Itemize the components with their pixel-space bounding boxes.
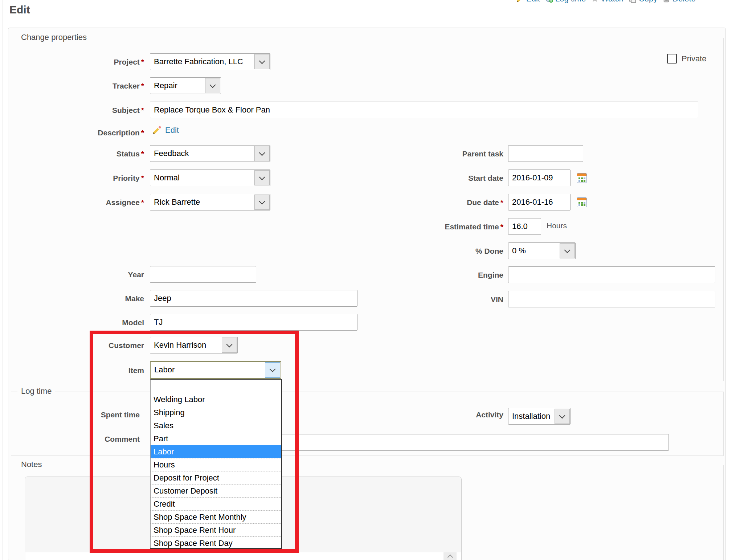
done-label: % Done (377, 246, 503, 257)
description-edit-row: Edit (152, 126, 179, 135)
assignee-select[interactable]: Rick Barrette (150, 194, 270, 210)
page-title: Edit (9, 4, 30, 16)
vin-label: VIN (377, 294, 503, 305)
dropdown-option[interactable] (151, 380, 281, 393)
status-label: Status* (22, 148, 144, 159)
tracker-select[interactable]: Repair (150, 77, 221, 94)
chevron-down-icon (254, 170, 270, 185)
spent-time-label: Spent time (31, 409, 140, 420)
project-select[interactable]: Barrette Fabrication, LLC (150, 53, 270, 70)
activity-label: Activity (377, 409, 503, 420)
issue-action-bar: Edit Log time Watch Copy Delete (516, 0, 696, 4)
estimated-time-unit: Hours (547, 221, 567, 230)
notes-legend: Notes (17, 460, 45, 469)
item-dropdown-list: Welding Labor Shipping Sales Part Labor … (150, 379, 282, 549)
project-label: Project* (22, 57, 144, 68)
chevron-down-icon (254, 54, 270, 69)
calendar-icon[interactable] (577, 173, 587, 183)
subject-label: Subject* (22, 105, 144, 116)
chevron-down-icon (205, 78, 220, 93)
dropdown-option[interactable]: Shop Space Rent Day (151, 536, 281, 549)
due-date-input[interactable]: 2016-01-16 (508, 194, 571, 210)
year-input[interactable] (150, 266, 256, 283)
dropdown-option[interactable]: Credit (151, 497, 281, 510)
parent-task-input[interactable] (508, 145, 583, 162)
start-date-input[interactable]: 2016-01-09 (508, 169, 571, 186)
dropdown-option-selected[interactable]: Labor (151, 445, 281, 458)
activity-select[interactable]: Installation (508, 408, 571, 425)
item-select[interactable]: Labor (150, 361, 281, 379)
dropdown-option[interactable]: Customer Deposit (151, 484, 281, 497)
start-date-label: Start date (377, 173, 503, 184)
status-select[interactable]: Feedback (150, 145, 270, 162)
parent-task-label: Parent task (377, 148, 503, 159)
change-properties-legend: Change properties (17, 33, 90, 42)
dropdown-option[interactable]: Part (151, 432, 281, 445)
due-date-label: Due date* (377, 197, 503, 208)
dropdown-option[interactable]: Hours (151, 458, 281, 471)
chevron-down-icon (560, 243, 575, 258)
notes-edit-area[interactable] (25, 552, 461, 560)
copy-icon (629, 0, 637, 3)
pencil-icon (516, 0, 524, 3)
calendar-icon[interactable] (577, 197, 587, 207)
make-label: Make (22, 293, 144, 304)
copy-action-link[interactable]: Copy (629, 0, 657, 4)
priority-select[interactable]: Normal (150, 169, 270, 186)
trash-icon (662, 0, 670, 3)
clock-plus-icon (545, 0, 553, 3)
item-label: Item (22, 365, 144, 376)
customer-select[interactable]: Kevin Harrison (150, 337, 238, 353)
star-icon (591, 0, 599, 3)
log-time-action-link[interactable]: Log time (545, 0, 586, 4)
done-ratio-select[interactable]: 0 % (508, 242, 576, 259)
private-checkbox[interactable] (667, 54, 677, 64)
issue-edit-page: Edit Log time Watch Copy Delete Edit Cha… (0, 0, 740, 560)
dropdown-option[interactable]: Shipping (151, 406, 281, 419)
make-input[interactable]: Jeep (150, 290, 357, 307)
chevron-down-icon (254, 146, 270, 161)
content-left-border (3, 0, 3, 560)
chevron-down-icon (555, 409, 570, 424)
chevron-down-icon (254, 195, 270, 210)
chevron-down-icon (222, 338, 237, 353)
tracker-label: Tracker* (22, 81, 144, 91)
chevron-up-icon (447, 555, 453, 560)
priority-label: Priority* (22, 173, 144, 184)
description-edit-link[interactable]: Edit (165, 126, 179, 135)
estimated-time-input[interactable]: 16.0 (508, 218, 541, 235)
model-input[interactable]: TJ (150, 314, 357, 331)
assignee-label: Assignee* (22, 197, 144, 208)
toolbar-collapse-button[interactable] (443, 552, 457, 560)
watch-action-link[interactable]: Watch (591, 0, 624, 4)
dropdown-option[interactable]: Deposit for Project (151, 471, 281, 484)
chevron-down-icon (265, 362, 280, 378)
engine-label: Engine (377, 270, 503, 281)
log-time-legend: Log time (17, 387, 55, 396)
delete-action-link[interactable]: Delete (662, 0, 696, 4)
dropdown-option[interactable]: Welding Labor (151, 393, 281, 406)
model-label: Model (22, 317, 144, 328)
engine-input[interactable] (508, 266, 715, 283)
dropdown-option[interactable]: Shop Space Rent Hour (151, 523, 281, 536)
subject-input[interactable]: Replace Torque Box & Floor Pan (150, 102, 698, 118)
dropdown-option[interactable]: Shop Space Rent Monthly (151, 510, 281, 523)
comment-label: Comment (31, 434, 140, 445)
dropdown-option[interactable]: Sales (151, 419, 281, 432)
year-label: Year (22, 269, 144, 280)
description-label: Description* (22, 127, 144, 138)
customer-label: Customer (22, 340, 144, 351)
pencil-icon (152, 126, 162, 135)
estimated-time-label: Estimated time* (377, 221, 503, 232)
private-label: Private (682, 54, 706, 64)
edit-action-link[interactable]: Edit (516, 0, 540, 4)
vin-input[interactable] (508, 291, 715, 307)
